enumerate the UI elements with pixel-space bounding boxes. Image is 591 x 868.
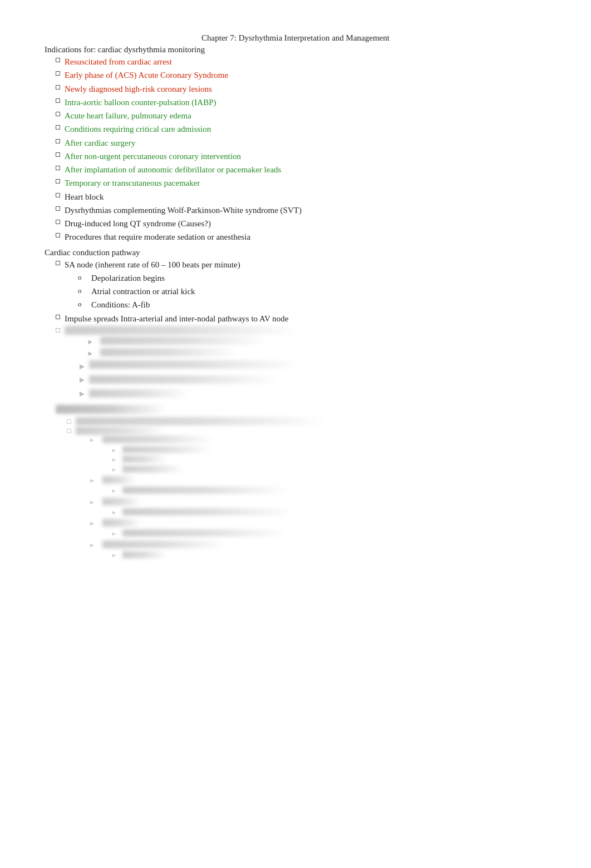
blurred-text [100,348,239,356]
list-item: After cardiac surgery [56,137,546,150]
bullet-icon [56,152,60,157]
bullet-icon [56,220,60,224]
blurred-list-item [67,426,546,435]
sub-bullet: ► [87,336,100,348]
sub-list-item: o Atrial contraction or atrial kick [78,285,546,298]
list-item: Early phase of (ACS) Acute Coronary Synd… [56,69,546,82]
list-item-text: Temporary or transcutaneous pacemaker [65,177,200,190]
bullet-icon [56,112,60,116]
blurred-deep-item: ► [111,446,546,455]
blurred-subitem: ► [87,348,546,359]
blurred-nested-item: ► [89,435,546,445]
list-item-text: After implantation of autonomic defibril… [65,163,281,176]
bullet-icon [56,233,60,237]
section1-list: Resuscitated from cardiac arrest Early p… [56,56,546,244]
blurred-deep-item: ► [111,508,546,517]
blurred-header [56,405,167,414]
bullet-icon [56,139,60,143]
blurred-item: ► [78,374,546,386]
list-item-blurred: ► ► [56,326,546,360]
blurred-nested: ► ► ► ► ► [89,435,546,560]
blurred-subitems: ► ► [87,336,546,359]
blurred-text [122,508,295,515]
list-item: Newly diagnosed high-risk coronary lesio… [56,83,546,96]
blurred-item: ► [78,388,546,400]
blurred-deep5: ► [111,551,546,560]
blurred-deep3: ► [111,508,546,517]
blurred-nested-item: ► [89,498,546,507]
blurred-deep2: ► [111,487,546,495]
bullet-icon [56,98,60,103]
blurred-text [122,455,167,463]
blurred-deep4: ► [111,529,546,538]
blurred-text [89,360,301,369]
sub-bullet: o [78,285,91,296]
blurred-text [89,375,278,384]
blurred-deep-item: ► [111,551,546,560]
list-item-text: Early phase of (ACS) Acute Coronary Synd… [65,69,228,82]
blurred-nested-item: ► [89,519,546,528]
blurred-item: ► [78,360,546,373]
list-item-text: Intra-aortic balloon counter-pulsation (… [65,96,216,109]
blurred-text [102,540,225,548]
list-item-text: Procedures that require moderate sedatio… [65,231,250,244]
bullet-icon [56,328,60,333]
blurred-list-item [67,417,546,425]
blurred-text [65,326,298,335]
list-item-text: Resuscitated from cardiac arrest [65,56,172,68]
section2-list: SA node (inherent rate of 60 – 100 beats… [56,259,546,400]
blurred-nested-item: ► [89,540,546,550]
bullet-icon [67,429,71,433]
bullet-icon [56,261,60,265]
blurred-text [122,465,184,473]
bullet-icon [56,315,60,319]
list-item-text: After non-urgent percutaneous coronary i… [65,150,241,163]
sa-node-subitems: o Depolarization begins o Atrial contrac… [78,272,546,312]
blurred-list: ► ► ► ► ► [67,417,546,560]
bullet-icon [56,166,60,170]
bullet-icon [56,193,60,197]
blurred-text [102,476,136,484]
sub-list-item: o Depolarization begins [78,272,546,285]
list-item-text: SA node (inherent rate of 60 – 100 beats… [65,259,240,271]
blurred-text [122,487,289,494]
list-item: Procedures that require moderate sedatio… [56,231,546,244]
blurred-deep-item: ► [111,529,546,538]
list-item: After implantation of autonomic defibril… [56,163,546,176]
blurred-deep-nested: ► ► ► [111,446,546,474]
sub-bullet: o [78,299,91,310]
list-item: Drug-induced long QT syndrome (Causes?) [56,217,546,230]
blurred-nested-item: ► [89,476,546,485]
list-item-sa-node: SA node (inherent rate of 60 – 100 beats… [56,259,546,312]
list-item: Resuscitated from cardiac arrest [56,56,546,68]
sub-bullet: ► [87,348,100,359]
blurred-text [76,426,165,435]
blurred-text [122,446,211,453]
list-item-text: Dysrhythmias complementing Wolf-Parkinso… [65,204,302,217]
sub-bullet: o [78,272,91,283]
sub-item-text: Conditions: A-fib [91,299,150,311]
blurred-text [102,519,141,527]
blurred-subitem: ► [87,336,546,348]
bullet-icon [56,85,60,90]
list-item: Heart block [56,191,546,204]
bullet-icon [56,125,60,130]
section1-header: Indications for: cardiac dysrhythmia mon… [45,45,546,54]
bullet-icon [56,179,60,183]
sub-list-item: o Conditions: A-fib [78,299,546,311]
list-item-text: Heart block [65,191,104,204]
blurred-deep-item: ► [111,455,546,464]
blurred-bottom-section: ► ► ► ► ► [56,405,546,560]
list-item: Temporary or transcutaneous pacemaker [56,177,546,190]
list-item-text: Conditions requiring critical care admis… [65,123,211,136]
blurred-text [76,417,326,425]
blurred-text [102,498,141,505]
sub-item-text: Depolarization begins [91,272,165,285]
list-item: Intra-aortic balloon counter-pulsation (… [56,96,546,109]
bullet-icon [56,58,60,62]
list-item-text: Drug-induced long QT syndrome (Causes?) [65,217,211,230]
blurred-text [100,336,267,345]
list-item: Acute heart failure, pulmonary edema [56,110,546,122]
blurred-text [122,529,287,537]
bullet-icon [56,206,60,211]
